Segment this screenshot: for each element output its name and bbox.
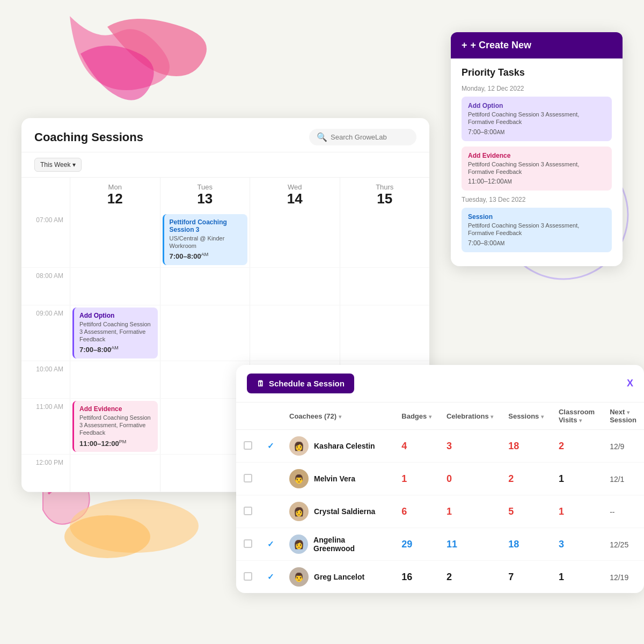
cell-wed-7 (250, 212, 340, 267)
priority-date-2: Tuesday, 13 Dec 2022 (462, 196, 612, 203)
checkbox-cell[interactable] (236, 495, 260, 528)
visits-cell: 1 (551, 495, 602, 528)
avatar: 👩 (289, 502, 309, 521)
priority-event-add-evidence[interactable]: Add Evidence Pettiford Coaching Session … (462, 147, 612, 191)
cell-mon-10 (70, 361, 160, 398)
next-session-cell: 12/19 (602, 561, 644, 594)
th-next-session[interactable]: Next ▾Session (602, 402, 644, 430)
cell-wed-9 (250, 305, 340, 361)
visits-cell: 1 (551, 561, 602, 594)
close-button[interactable]: X (627, 378, 633, 389)
check-cell: ✓ (260, 561, 282, 594)
checkbox-cell[interactable] (236, 561, 260, 594)
avatar: 👨 (289, 567, 309, 587)
visits-cell: 3 (551, 528, 602, 561)
next-session-cell: -- (602, 495, 644, 528)
cell-tues-7[interactable]: Pettiford Coaching Session 3 US/Central … (160, 212, 250, 267)
calendar-icon: 🗓 (257, 379, 265, 388)
checkbox-cell[interactable] (236, 430, 260, 463)
days-header: Mon 12 Tues 13 Wed 14 Thurs 15 (21, 178, 429, 212)
week-selector[interactable]: This Week ▾ (34, 158, 82, 172)
cell-mon-9[interactable]: Add Option Pettiford Coaching Session 3 … (70, 305, 160, 361)
calendar-header: Coaching Sessions 🔍 (21, 118, 429, 152)
cell-mon-11[interactable]: Add Evidence Pettiford Coaching Session … (70, 399, 160, 454)
check-cell (260, 495, 282, 528)
time-row-9am: 09:00 AM Add Option Pettiford Coaching S… (21, 305, 429, 361)
table-row: ✓ 👩 Kashara Celestin 4 3 18 2 12/9 (236, 430, 644, 463)
priority-tasks-title: Priority Tasks (462, 67, 612, 78)
event-pettiford-7am[interactable]: Pettiford Coaching Session 3 US/Central … (163, 214, 248, 265)
celebrations-cell: 0 (439, 463, 501, 495)
create-new-button[interactable]: + + Create New (451, 32, 623, 58)
cell-mon-12 (70, 455, 160, 492)
cell-thurs-8 (340, 268, 430, 305)
day-tues: Tues 13 (160, 178, 250, 212)
visits-cell: 1 (551, 463, 602, 495)
sessions-cell: 2 (501, 463, 551, 495)
next-session-cell: 12/1 (602, 463, 644, 495)
cell-mon-8 (70, 268, 160, 305)
th-checkbox (236, 402, 260, 430)
search-input[interactable] (331, 133, 409, 141)
badges-cell: 1 (394, 463, 439, 495)
plus-icon: + (462, 40, 467, 51)
search-bar[interactable]: 🔍 (309, 129, 416, 145)
th-badges[interactable]: Badges ▾ (394, 402, 439, 430)
th-check2 (260, 402, 282, 430)
cell-mon-7 (70, 212, 160, 267)
name-cell: 👨 Melvin Vera (282, 463, 394, 495)
name-cell: 👩 Crystal Saldierna (282, 495, 394, 528)
table-header-row: 🗓 Schedule a Session X (236, 365, 644, 402)
checkbox-cell[interactable] (236, 463, 260, 495)
sessions-cell: 18 (501, 528, 551, 561)
avatar: 👨 (289, 469, 309, 488)
calendar-title: Coaching Sessions (34, 130, 143, 144)
th-visits[interactable]: Classroom Visits ▾ (551, 402, 602, 430)
celebrations-cell: 2 (439, 561, 501, 594)
check-cell: ✓ (260, 430, 282, 463)
time-row-8am: 08:00 AM (21, 268, 429, 305)
next-session-cell: 12/9 (602, 430, 644, 463)
avatar: 👩 (289, 535, 308, 554)
badges-cell: 6 (394, 495, 439, 528)
search-icon: 🔍 (317, 132, 327, 142)
checkbox-cell[interactable] (236, 528, 260, 561)
week-nav: This Week ▾ (21, 152, 429, 178)
celebrations-cell: 11 (439, 528, 501, 561)
priority-event-session[interactable]: Session Pettiford Coaching Session 3 Ass… (462, 208, 612, 252)
event-add-option[interactable]: Add Option Pettiford Coaching Session 3 … (72, 308, 158, 358)
priority-event-add-option[interactable]: Add Option Pettiford Coaching Session 3 … (462, 97, 612, 141)
sessions-cell: 18 (501, 430, 551, 463)
th-sessions[interactable]: Sessions ▾ (501, 402, 551, 430)
name-cell: 👩 Angelina Greenwood (282, 528, 394, 561)
th-celebrations[interactable]: Celebrations ▾ (439, 402, 501, 430)
name-cell: 👩 Kashara Celestin (282, 430, 394, 463)
table-row: 👨 Melvin Vera 1 0 2 1 12/1 (236, 463, 644, 495)
sessions-cell: 5 (501, 495, 551, 528)
badges-cell: 29 (394, 528, 439, 561)
table-row: ✓ 👩 Angelina Greenwood 29 11 18 3 12/25 (236, 528, 644, 561)
check-cell: ✓ (260, 528, 282, 561)
event-add-evidence[interactable]: Add Evidence Pettiford Coaching Session … (72, 401, 158, 452)
priority-date-1: Monday, 12 Dec 2022 (462, 85, 612, 92)
celebrations-cell: 1 (439, 495, 501, 528)
check-cell (260, 463, 282, 495)
day-wed: Wed 14 (250, 178, 340, 212)
avatar: 👩 (289, 436, 309, 456)
table-row: 👩 Crystal Saldierna 6 1 5 1 -- (236, 495, 644, 528)
sessions-cell: 7 (501, 561, 551, 594)
cell-thurs-9 (340, 305, 430, 361)
cell-tues-9 (160, 305, 250, 361)
priority-body: Priority Tasks Monday, 12 Dec 2022 Add O… (451, 58, 623, 266)
day-mon: Mon 12 (70, 178, 160, 212)
cell-tues-8 (160, 268, 250, 305)
celebrations-cell: 3 (439, 430, 501, 463)
cell-wed-8 (250, 268, 340, 305)
table-row: ✓ 👨 Greg Lancelot 16 2 7 1 12/19 (236, 561, 644, 594)
badges-cell: 4 (394, 430, 439, 463)
th-coachees[interactable]: Coachees (72) ▾ (282, 402, 394, 430)
next-session-cell: 12/25 (602, 528, 644, 561)
coachees-table: Coachees (72) ▾ Badges ▾ Celebrations ▾ … (236, 402, 644, 593)
schedule-session-button[interactable]: 🗓 Schedule a Session (247, 374, 354, 393)
table-card: 🗓 Schedule a Session X Coachees (72) ▾ B… (236, 365, 644, 593)
